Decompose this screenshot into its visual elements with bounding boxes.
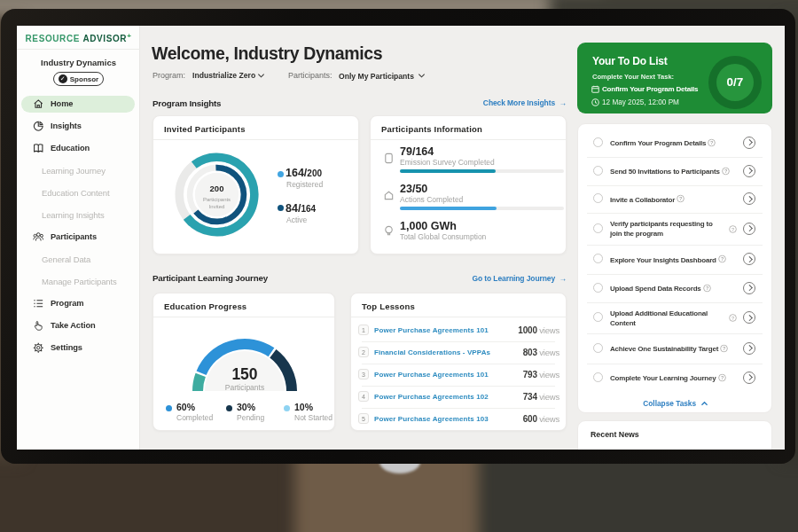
svg-text:200: 200 [210,184,224,193]
svg-text:?: ? [720,375,724,380]
svg-text:?: ? [721,256,724,262]
svg-text:?: ? [679,196,683,201]
svg-text:?: ? [723,346,726,351]
svg-text:?: ? [732,226,734,231]
svg-text:Participants: Participants [203,197,231,202]
svg-text:?: ? [732,316,734,321]
svg-text:?: ? [724,168,728,174]
svg-text:Invited: Invited [209,204,225,209]
svg-text:?: ? [710,140,714,145]
svg-text:?: ? [706,286,709,291]
